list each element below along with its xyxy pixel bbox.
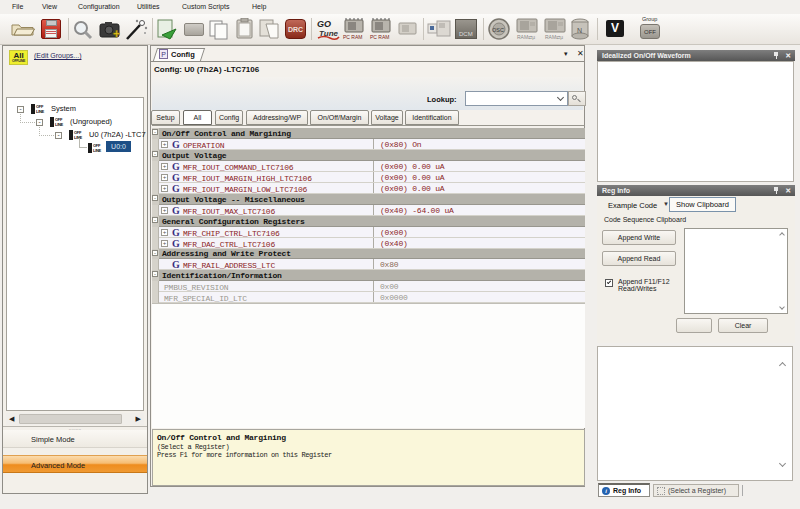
svg-text:+: + xyxy=(113,27,120,39)
svg-text:PC RAM: PC RAM xyxy=(370,34,389,40)
svg-text:RAM⇄μ: RAM⇄μ xyxy=(545,34,563,40)
svg-text:PC RAM: PC RAM xyxy=(343,34,362,40)
svg-text:N: N xyxy=(577,27,582,34)
svg-text:GO: GO xyxy=(317,19,331,29)
svg-text:OSC: OSC xyxy=(492,27,504,33)
svg-text:RAM⇄μ: RAM⇄μ xyxy=(517,34,535,40)
